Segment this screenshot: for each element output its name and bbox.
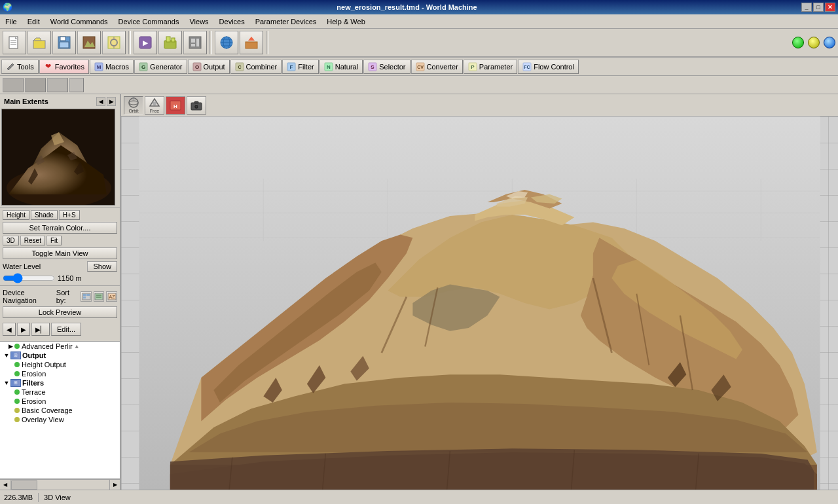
nav-next-button[interactable]: ▶	[17, 323, 30, 336]
ribbon-selector-label: Selector	[379, 63, 405, 71]
ribbon-favorites[interactable]: ❤ Favorites	[39, 60, 89, 74]
water-level-slider[interactable]	[3, 274, 55, 283]
properties-button[interactable]	[102, 31, 126, 54]
view-btn-free[interactable]: Free	[145, 96, 164, 115]
tree-item-advanced-perlin[interactable]: ▶ Advanced Perlir ▲	[0, 342, 120, 351]
menu-device-commands[interactable]: Device Commands	[113, 14, 185, 28]
ribbon-macros[interactable]: M Macros	[90, 60, 134, 74]
terrain-color-row: Set Terrain Color....	[3, 222, 117, 234]
ribbon-selector[interactable]: S Selector	[363, 60, 410, 74]
sec-btn-2[interactable]	[25, 78, 46, 92]
menu-file[interactable]: File	[0, 14, 22, 28]
tree-item-height-output[interactable]: Height Output	[0, 360, 120, 369]
view-btn-height[interactable]: H	[166, 96, 185, 115]
globe-button[interactable]	[215, 31, 238, 54]
tree-item-erosion-output[interactable]: Erosion	[0, 369, 120, 378]
menu-views[interactable]: Views	[184, 14, 213, 28]
menu-world-commands[interactable]: World Commands	[45, 14, 113, 28]
build-button-1[interactable]: ▶	[134, 31, 157, 54]
status-green-button[interactable]	[792, 37, 804, 48]
toolribbon: Tools ❤ Favorites M Macros G Generator O…	[0, 58, 838, 76]
nav-prev-button[interactable]: ◀	[3, 323, 16, 336]
save-button[interactable]	[52, 31, 76, 54]
expand-output[interactable]: ▼	[3, 351, 10, 359]
menu-help[interactable]: Help & Web	[321, 14, 371, 28]
hscroll-thumb[interactable]	[11, 480, 37, 490]
tree-item-output-group[interactable]: ▼ ⊞ Output	[0, 351, 120, 360]
basic-coverage-status	[14, 408, 20, 413]
sec-btn-4[interactable]	[69, 78, 84, 92]
svg-text:P: P	[471, 64, 475, 70]
export-button[interactable]	[240, 31, 263, 54]
ribbon-generator-label: Generator	[150, 63, 183, 71]
ribbon-combiner[interactable]: C Combiner	[230, 60, 282, 74]
fit-button[interactable]: Fit	[46, 236, 62, 245]
device-nav-header: Device Navigation Sort by: AZ	[3, 289, 117, 304]
sort-btn-2[interactable]	[94, 291, 105, 302]
ribbon-generator[interactable]: G Generator	[134, 60, 187, 74]
svg-text:F: F	[290, 64, 293, 70]
open-button[interactable]	[27, 31, 51, 54]
new-button[interactable]	[3, 31, 26, 54]
tree-item-overlay-view[interactable]: Overlay View	[0, 415, 120, 424]
view-btn-camera[interactable]	[187, 96, 206, 115]
reset-button[interactable]: Reset	[20, 236, 45, 245]
build-button-2[interactable]	[158, 31, 182, 54]
ribbon-output[interactable]: O Output	[188, 60, 230, 74]
view-mode-status: 3D View	[44, 494, 71, 501]
edit-button[interactable]: Edit...	[51, 323, 81, 336]
tree-item-basic-coverage[interactable]: Basic Coverage	[0, 406, 120, 415]
tree-item-filters-group[interactable]: ▼ ⊞ Filters	[0, 378, 120, 387]
ribbon-tools[interactable]: Tools	[1, 60, 39, 74]
view-control-row: 3D Reset Fit	[3, 236, 117, 245]
ribbon-natural[interactable]: N Natural	[319, 60, 363, 74]
tree-item-terrace[interactable]: Terrace	[0, 387, 120, 397]
maximize-button[interactable]: □	[813, 3, 824, 12]
menu-parameter-devices[interactable]: Parameter Devices	[250, 14, 322, 28]
menu-devices[interactable]: Devices	[214, 14, 250, 28]
hscroll-left[interactable]: ◀	[0, 480, 10, 490]
hscroll-right[interactable]: ▶	[109, 480, 120, 490]
ribbon-converter[interactable]: CV Converter	[411, 60, 463, 74]
ribbon-flow-control[interactable]: FC Flow Control	[518, 60, 579, 74]
sec-btn-3[interactable]	[47, 78, 68, 92]
preview-nav-right[interactable]: ▶	[107, 97, 116, 106]
sort-btn-1[interactable]	[81, 291, 92, 302]
svg-rect-61	[83, 294, 86, 296]
nav-last-button[interactable]: ▶▏	[31, 323, 50, 336]
3d-viewport[interactable]	[121, 117, 838, 490]
preview-navigation: ◀ ▶	[96, 97, 116, 106]
shade-button[interactable]: Shade	[31, 210, 58, 220]
expand-filters[interactable]: ▼	[3, 379, 10, 387]
ribbon-output-label: Output	[204, 63, 225, 71]
height-button[interactable]: Height	[3, 210, 29, 220]
tree-item-erosion-filter[interactable]: Erosion	[0, 397, 120, 406]
lock-preview-button[interactable]: Lock Preview	[3, 306, 117, 318]
sec-btn-1[interactable]	[3, 78, 24, 92]
status-blue-button[interactable]	[824, 37, 835, 48]
statusbar: 226.3MB 3D View	[0, 490, 838, 504]
svg-text:CV: CV	[417, 65, 424, 69]
terrain-preview-button[interactable]	[77, 31, 101, 54]
water-show-button[interactable]: Show	[87, 261, 117, 272]
expand-advanced-perlin[interactable]: ▶	[7, 342, 14, 350]
menu-edit[interactable]: Edit	[22, 14, 45, 28]
sort-btn-3[interactable]: AZ	[106, 291, 117, 302]
preview-nav-left[interactable]: ◀	[96, 97, 105, 106]
ribbon-parameter[interactable]: P Parameter	[464, 60, 517, 74]
svg-rect-22	[191, 44, 195, 46]
build-button-3[interactable]	[183, 31, 207, 54]
3d-button[interactable]: 3D	[3, 236, 19, 245]
status-yellow-button[interactable]	[808, 37, 820, 48]
terrain-color-button[interactable]: Set Terrain Color....	[3, 222, 117, 234]
view-btn-orbit[interactable]: Orbit	[124, 96, 143, 115]
ribbon-filter[interactable]: F Filter	[282, 60, 318, 74]
toggle-main-view-button[interactable]: Toggle Main View	[3, 247, 117, 259]
nav-controls-row: ◀ ▶ ▶▏ Edit...	[3, 323, 117, 336]
close-button[interactable]: ✕	[825, 3, 835, 12]
svg-rect-62	[83, 297, 86, 298]
hs-button[interactable]: H+S	[59, 210, 80, 220]
hscroll-track[interactable]	[10, 480, 109, 490]
minimize-button[interactable]: _	[801, 3, 812, 12]
terrain-svg	[121, 117, 838, 490]
